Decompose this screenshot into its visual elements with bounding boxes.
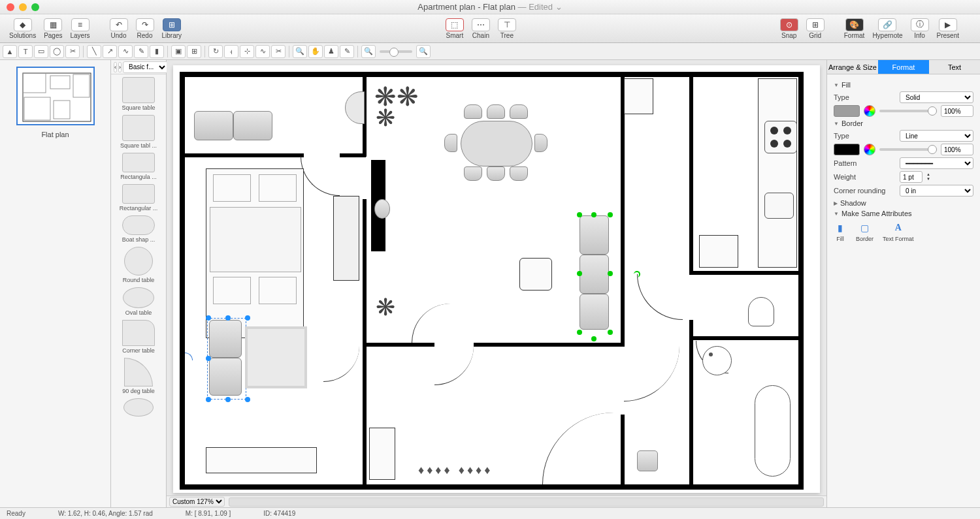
line-tool[interactable]: ╲ xyxy=(87,45,101,58)
layers-button[interactable]: ≡Layers xyxy=(67,17,94,40)
weight-input[interactable] xyxy=(900,171,923,183)
page-thumbnail[interactable] xyxy=(16,67,95,125)
zoom-tool[interactable]: 🔍 xyxy=(293,45,307,58)
zoom-in-button[interactable]: 🔍 xyxy=(416,45,431,58)
align-tool[interactable]: ⫞ xyxy=(224,45,238,58)
table-tool[interactable]: ⊞ xyxy=(187,45,201,58)
fill-type-select[interactable]: Solid xyxy=(900,91,973,103)
lib-item-rectangula[interactable]: Rectangula ... xyxy=(114,153,163,180)
label: Solutions xyxy=(9,32,36,39)
status-mouse: M: [ 8.91, 1.09 ] xyxy=(186,510,231,517)
border-type-select[interactable]: Line xyxy=(900,130,973,142)
edit-tool[interactable]: ⊹ xyxy=(240,45,254,58)
close-button[interactable] xyxy=(7,3,14,11)
tab-arrange[interactable]: Arrange & Size xyxy=(827,60,878,74)
label: Grid xyxy=(809,32,821,39)
shadow-section-header[interactable]: Shadow xyxy=(834,199,973,207)
status-dimensions: W: 1.62, H: 0.46, Angle: 1.57 rad xyxy=(58,510,153,517)
format-button[interactable]: 🎨Format xyxy=(840,17,869,40)
tab-format[interactable]: Format xyxy=(878,60,929,74)
library-category-select[interactable]: Basic f... xyxy=(123,61,168,73)
pan-tool[interactable]: ✋ xyxy=(308,45,323,58)
arrow-tool[interactable]: ↗ xyxy=(103,45,117,58)
smart-button[interactable]: ⬚Smart xyxy=(442,17,468,40)
scroll-track[interactable] xyxy=(229,497,824,507)
make-same-border[interactable]: ▢Border xyxy=(856,221,874,242)
pages-button[interactable]: ▦Pages xyxy=(40,17,66,40)
lib-item-square-table[interactable]: Square table xyxy=(114,77,163,111)
border-opacity-input[interactable] xyxy=(941,144,973,155)
undo-button[interactable]: ↶Undo xyxy=(106,17,132,40)
border-section-header[interactable]: Border xyxy=(834,119,973,127)
minimize-button[interactable] xyxy=(19,3,27,11)
curve-tool[interactable]: ∿ xyxy=(118,45,133,58)
rect-tool[interactable]: ▭ xyxy=(34,45,48,58)
corner-select[interactable]: 0 in xyxy=(900,185,973,197)
present-button[interactable]: ▶Present xyxy=(933,17,963,40)
highlighter-tool[interactable]: ▮ xyxy=(150,45,164,58)
zoom-slider[interactable] xyxy=(380,50,412,53)
lib-item-boat-shape[interactable]: Boat shap ... xyxy=(114,215,163,243)
split-tool[interactable]: ✂ xyxy=(271,45,286,58)
lib-next-button[interactable]: › xyxy=(118,62,122,72)
tree-button[interactable]: ⊤Tree xyxy=(494,17,520,40)
maximize-button[interactable] xyxy=(31,3,39,11)
panel-tabs: Arrange & Size Format Text xyxy=(827,60,980,74)
snap-button[interactable]: ⊙Snap xyxy=(776,17,802,40)
fill-opacity-slider[interactable] xyxy=(879,110,937,112)
fill-color-wheel-icon[interactable] xyxy=(864,105,875,117)
tab-text[interactable]: Text xyxy=(929,60,980,74)
make-same-text[interactable]: AText Format xyxy=(883,221,914,242)
pages-panel: Flat plan xyxy=(0,60,111,507)
border-color-wheel-icon[interactable] xyxy=(864,144,875,155)
lib-item-extra[interactable] xyxy=(114,398,163,417)
pencil-tool[interactable]: ✎ xyxy=(134,45,148,58)
info-button[interactable]: ⓘInfo xyxy=(907,17,933,40)
join-tool[interactable]: ∿ xyxy=(255,45,270,58)
select-tool[interactable]: ▲ xyxy=(3,45,17,58)
zoom-out-button[interactable]: 🔍 xyxy=(361,45,376,58)
fill-color-swatch[interactable] xyxy=(834,105,860,117)
eyedropper-tool[interactable]: ✎ xyxy=(340,45,354,58)
floorplan: ❋❋ ❋ ❋ xyxy=(180,72,804,490)
library-button[interactable]: ⊞Library xyxy=(158,17,186,40)
make-same-header[interactable]: Make Same Attributes xyxy=(834,210,973,217)
redo-button[interactable]: ↷Redo xyxy=(132,17,158,40)
lib-item-rectangular[interactable]: Rectangular ... xyxy=(114,184,163,212)
make-same-fill[interactable]: ▮Fill xyxy=(834,221,847,242)
crop-tool[interactable]: ✂ xyxy=(65,45,80,58)
canvas[interactable]: ❋❋ ❋ ❋ xyxy=(173,65,820,493)
lib-item-round-table[interactable]: Round table xyxy=(114,247,163,283)
fill-opacity-input[interactable] xyxy=(941,105,973,117)
rotate-tool[interactable]: ↻ xyxy=(208,45,223,58)
title-dropdown-icon[interactable]: ⌄ xyxy=(555,2,563,12)
lib-item-square-table-2[interactable]: Square tabl ... xyxy=(114,115,163,149)
chain-button[interactable]: ⋯Chain xyxy=(468,17,494,40)
fill-section-header[interactable]: Fill xyxy=(834,81,973,89)
lib-prev-button[interactable]: ‹ xyxy=(114,62,117,72)
library-items: Square table Square tabl ... Rectangula … xyxy=(111,74,166,507)
format-icon: 🎨 xyxy=(845,18,864,31)
lib-item-oval-table[interactable]: Oval table xyxy=(114,287,163,316)
solutions-button[interactable]: ◆Solutions xyxy=(5,17,40,40)
weight-stepper[interactable]: ▲▼ xyxy=(926,172,930,181)
hypernote-button[interactable]: 🔗Hypernote xyxy=(868,17,906,40)
canvas-area: ❋❋ ❋ ❋ xyxy=(167,60,826,507)
present-icon: ▶ xyxy=(939,18,957,31)
pattern-select[interactable]: ━━━━━━━ xyxy=(900,157,973,169)
grid-button[interactable]: ⊞Grid xyxy=(802,17,828,40)
border-icon: ▢ xyxy=(858,221,872,234)
guide-tool[interactable]: ♟ xyxy=(324,45,338,58)
label: Snap xyxy=(781,32,796,39)
lib-item-90deg-table[interactable]: 90 deg table xyxy=(114,358,163,394)
library-icon: ⊞ xyxy=(163,18,181,31)
lib-item-corner-table[interactable]: Corner table xyxy=(114,320,163,354)
ellipse-tool[interactable]: ◯ xyxy=(50,45,64,58)
label: Tree xyxy=(500,32,514,39)
border-opacity-slider[interactable] xyxy=(879,148,937,151)
zoom-select[interactable]: Custom 127% xyxy=(169,497,225,507)
border-color-swatch[interactable] xyxy=(834,144,860,155)
text-tool[interactable]: T xyxy=(18,45,33,58)
text-format-icon: A xyxy=(892,221,905,234)
container-tool[interactable]: ▣ xyxy=(171,45,186,58)
